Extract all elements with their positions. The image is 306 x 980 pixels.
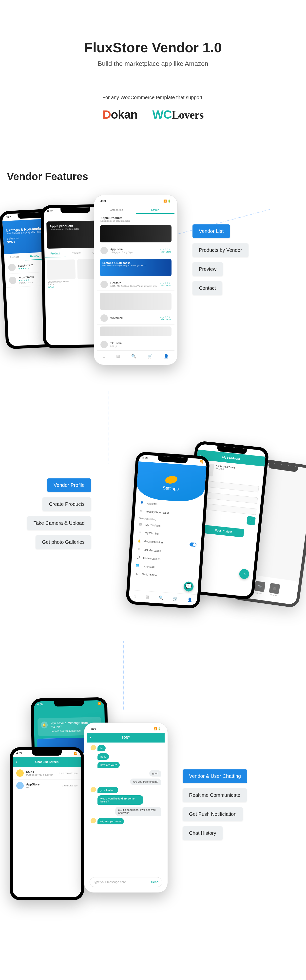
- home-icon: ⌂: [103, 354, 105, 359]
- feature-pill-create-products: Create Products: [43, 497, 91, 511]
- user-icon: 👤: [140, 501, 144, 504]
- page-title: FluxStore Vendor 1.0: [0, 40, 306, 56]
- toggle[interactable]: [190, 542, 197, 547]
- phone-settings: 4:09📶 Settings 👤appstore ✉test@yahoomail…: [126, 451, 210, 609]
- settings-title: Settings: [137, 484, 205, 493]
- fab-add[interactable]: ＋: [239, 569, 250, 579]
- feature-pill-vendor-list: Vendor List: [193, 224, 230, 238]
- feature-pill-camera-upload: Take Camera & Upload: [27, 516, 91, 530]
- send-button[interactable]: Send: [151, 880, 158, 884]
- feature-pill-products-by-vendor: Products by Vendor: [193, 243, 249, 257]
- feature-pill-push: Get Push Notificiation: [183, 807, 243, 821]
- back-icon[interactable]: ‹: [90, 736, 91, 739]
- feature-pill-preview: Preview: [193, 262, 223, 276]
- bell-icon: 🔔: [41, 722, 48, 729]
- page-subtitle: Build the marketplace app like Amazon: [0, 60, 306, 68]
- vendor-row[interactable]: Wofamall ☆☆☆☆☆ Visit Store: [97, 312, 174, 325]
- store-banner[interactable]: [100, 293, 172, 310]
- vendor-row[interactable]: xX Store Lê Lợi: [97, 338, 174, 351]
- my-products-title: My Products: [222, 455, 240, 461]
- cart-icon: 🛒: [148, 354, 153, 359]
- template-support-line: For any WooCommerce template that suppor…: [0, 95, 306, 100]
- add-image-button[interactable]: ＋: [247, 516, 256, 525]
- phone-chat-list: 4:09📶 ‹ Chat List Screen SONY I wanna as…: [10, 747, 84, 900]
- webcam-icon: 🎥: [269, 583, 280, 594]
- feature-pill-photo-galleries: Get photo Galleries: [35, 535, 91, 549]
- store-banner[interactable]: Laptops & Notebooks Best Features & high…: [100, 259, 172, 276]
- feature-pill-chatting: Vendor & User Chatting: [183, 769, 247, 783]
- section-vendor-features-title: Vendor Features: [7, 171, 306, 183]
- chat-input[interactable]: Type your message here Send: [89, 877, 162, 887]
- feature-pill-contact: Contact: [193, 282, 222, 295]
- user-icon: 👤: [164, 354, 169, 359]
- mail-icon: ✉: [139, 509, 143, 513]
- feature-pill-realtime: Realtime Communicate: [183, 788, 247, 802]
- back-icon[interactable]: ‹: [16, 760, 17, 764]
- camera-icon: 📷: [254, 581, 265, 592]
- grid-icon: ▦: [116, 354, 120, 359]
- chat-messages: hi hello how are you? good Are you free …: [87, 743, 164, 827]
- chat-list-title: Chat List Screen: [35, 760, 59, 764]
- phone-chat: 4:09📶 🔋 ‹ SONY hi hello how are you? goo…: [84, 722, 168, 893]
- dokan-logo: Dokan: [102, 108, 137, 121]
- phone-vendor-list: 4:09📶 🔋 Categories Stores Apple Products…: [94, 195, 178, 365]
- vendor-row[interactable]: AppStore 13 Nguyen Trung Ngan ☆☆☆☆☆ Visi…: [97, 244, 174, 257]
- chat-list-item[interactable]: SONY I wanna ask you a question a few se…: [13, 767, 81, 780]
- feature-pill-history: Chat History: [183, 826, 223, 840]
- post-product-button[interactable]: Post Product: [202, 525, 244, 537]
- store-banner[interactable]: [100, 225, 172, 242]
- vendor-row[interactable]: CeStore 601B, SBI Building, Quang Trung …: [97, 278, 174, 291]
- bottom-nav[interactable]: ⌂▦🔍🛒👤: [129, 590, 198, 606]
- feature-pill-vendor-profile: Vendor Profile: [47, 479, 91, 492]
- fab-chat[interactable]: 💬: [183, 581, 194, 592]
- bottom-nav[interactable]: ⌂▦🔍🛒👤: [97, 350, 174, 362]
- top-tabs[interactable]: Categories Stores: [97, 207, 174, 214]
- search-icon: 🔍: [131, 354, 136, 359]
- wclovers-logo: WCLovers: [152, 108, 203, 121]
- chat-list-item[interactable]: AppStore Hello 19 minutes ago: [13, 780, 81, 792]
- chat-header-title: SONY: [122, 736, 130, 739]
- store-banner[interactable]: [100, 326, 172, 336]
